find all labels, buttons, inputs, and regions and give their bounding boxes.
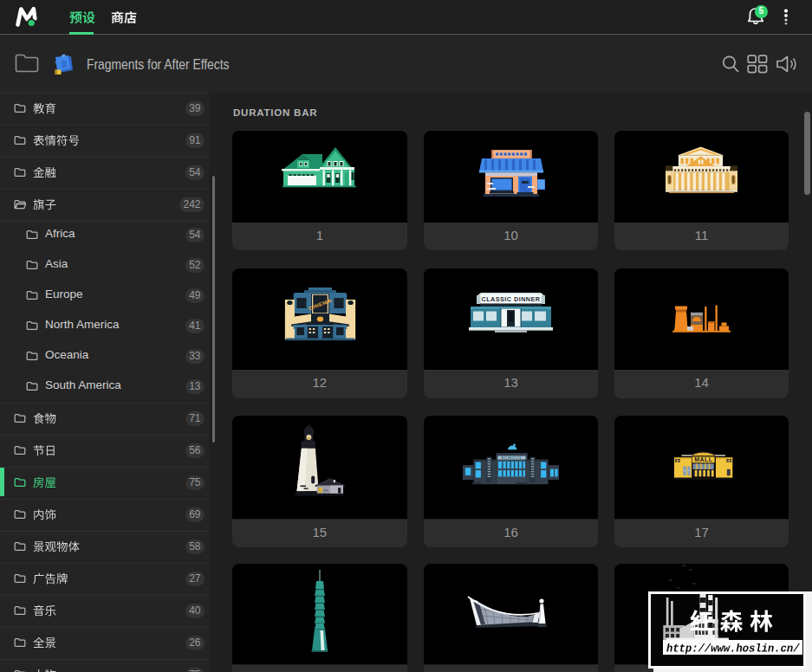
svg-text:CLASSIC DINNER: CLASSIC DINNER (481, 295, 540, 303)
svg-text:MALL: MALL (694, 457, 712, 463)
svg-text:SCHOOL: SCHOOL (501, 456, 523, 460)
